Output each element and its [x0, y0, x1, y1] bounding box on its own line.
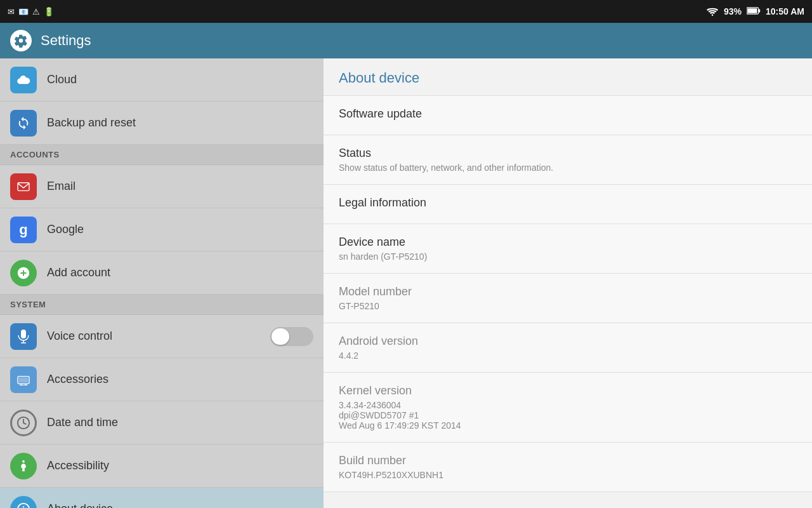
sidebar-item-backup-label: Backup and reset: [47, 116, 136, 130]
sidebar-item-voice-label: Voice control: [47, 330, 112, 343]
voice-control-icon: [10, 323, 37, 350]
main-layout: Cloud Backup and reset ACCOUNTS Email: [0, 58, 812, 508]
sidebar-item-email[interactable]: Email: [0, 165, 324, 208]
sidebar-item-date-time-label: Date and time: [47, 416, 118, 429]
email-icon: 📧: [18, 7, 29, 17]
android-version-subtitle: 4.4.2: [339, 351, 797, 361]
google-icon: g: [10, 217, 37, 243]
email-icon: [10, 173, 37, 200]
svg-rect-2: [747, 8, 757, 13]
sidebar-item-accessories-label: Accessories: [47, 373, 108, 386]
backup-icon: [10, 110, 37, 137]
status-title: Status: [339, 147, 797, 160]
content-panel: About device Software update Status Show…: [324, 58, 812, 508]
sidebar-item-accessibility-label: Accessibility: [47, 459, 109, 472]
header-title: Settings: [41, 32, 91, 49]
sidebar-item-voice-control[interactable]: Voice control: [0, 315, 324, 358]
content-item-android-version[interactable]: Android version 4.4.2: [324, 323, 812, 373]
toggle-knob: [272, 328, 289, 345]
sidebar-item-cloud-label: Cloud: [47, 73, 77, 86]
status-subtitle: Show status of battery, network, and oth…: [339, 163, 797, 173]
status-bar-right: 93% 10:50 AM: [706, 6, 804, 18]
content-item-kernel-version[interactable]: Kernel version 3.4.34-2436004 dpi@SWDD57…: [324, 373, 812, 443]
model-number-title: Model number: [339, 285, 797, 298]
svg-rect-3: [759, 9, 761, 12]
sidebar-item-add-account-label: Add account: [47, 266, 110, 279]
content-title: About device: [339, 70, 419, 86]
alert-icon: ⚠: [32, 7, 40, 17]
svg-rect-4: [18, 182, 29, 190]
build-number-subtitle: KOT49H.P5210XXUBNH1: [339, 470, 797, 480]
svg-rect-9: [19, 377, 28, 382]
sidebar-item-about-device-label: About device: [47, 502, 113, 508]
content-header: About device: [324, 58, 812, 96]
battery-icon: [747, 6, 761, 17]
app-header: Settings: [0, 23, 812, 58]
battery-percent: 93%: [724, 6, 742, 17]
build-number-title: Build number: [339, 454, 797, 467]
content-item-build-number[interactable]: Build number KOT49H.P5210XXUBNH1: [324, 443, 812, 492]
content-item-device-name[interactable]: Device name sn harden (GT-P5210): [324, 224, 812, 274]
status-bar: ✉ 📧 ⚠ 🔋 93% 10:50 AM: [0, 0, 812, 23]
sidebar-item-cloud[interactable]: Cloud: [0, 58, 324, 102]
accounts-section-header: ACCOUNTS: [0, 145, 324, 165]
model-number-subtitle: GT-P5210: [339, 301, 797, 311]
software-update-title: Software update: [339, 107, 797, 121]
msg-icon: ✉: [8, 7, 15, 17]
kernel-version-subtitle: 3.4.34-2436004 dpi@SWDD5707 #1 Wed Aug 6…: [339, 400, 797, 431]
sidebar: Cloud Backup and reset ACCOUNTS Email: [0, 58, 324, 508]
accessibility-icon: [10, 453, 37, 479]
device-name-subtitle: sn harden (GT-P5210): [339, 251, 797, 262]
sidebar-item-date-time[interactable]: Date and time: [0, 401, 324, 444]
add-account-icon: [10, 260, 37, 286]
accessories-icon: [10, 366, 37, 393]
sidebar-item-add-account[interactable]: Add account: [0, 251, 324, 295]
svg-point-0: [712, 14, 714, 16]
sidebar-item-google-label: Google: [47, 223, 84, 236]
sidebar-item-accessibility[interactable]: Accessibility: [0, 444, 324, 488]
device-name-title: Device name: [339, 236, 797, 249]
battery-status-icon: 🔋: [44, 7, 54, 17]
content-item-legal[interactable]: Legal information: [324, 185, 812, 224]
kernel-version-title: Kernel version: [339, 384, 797, 398]
status-bar-left: ✉ 📧 ⚠ 🔋: [8, 7, 54, 17]
date-time-icon: [10, 410, 37, 436]
cloud-icon: [10, 67, 37, 93]
sidebar-item-about-device[interactable]: About device: [0, 488, 324, 508]
sidebar-item-email-label: Email: [47, 180, 75, 193]
sidebar-item-accessories[interactable]: Accessories: [0, 358, 324, 401]
android-version-title: Android version: [339, 335, 797, 348]
svg-rect-5: [21, 330, 26, 338]
content-item-software-update[interactable]: Software update: [324, 96, 812, 135]
system-section-header: SYSTEM: [0, 295, 324, 315]
content-item-model-number[interactable]: Model number GT-P5210: [324, 274, 812, 323]
content-item-status[interactable]: Status Show status of battery, network, …: [324, 135, 812, 185]
legal-title: Legal information: [339, 196, 797, 210]
wifi-icon: [706, 6, 719, 18]
sidebar-item-google[interactable]: g Google: [0, 208, 324, 251]
sidebar-item-backup[interactable]: Backup and reset: [0, 102, 324, 145]
svg-point-14: [22, 460, 25, 462]
about-device-icon: [10, 496, 37, 509]
voice-control-toggle[interactable]: [270, 327, 313, 346]
clock: 10:50 AM: [766, 6, 804, 17]
settings-icon: [10, 30, 32, 51]
